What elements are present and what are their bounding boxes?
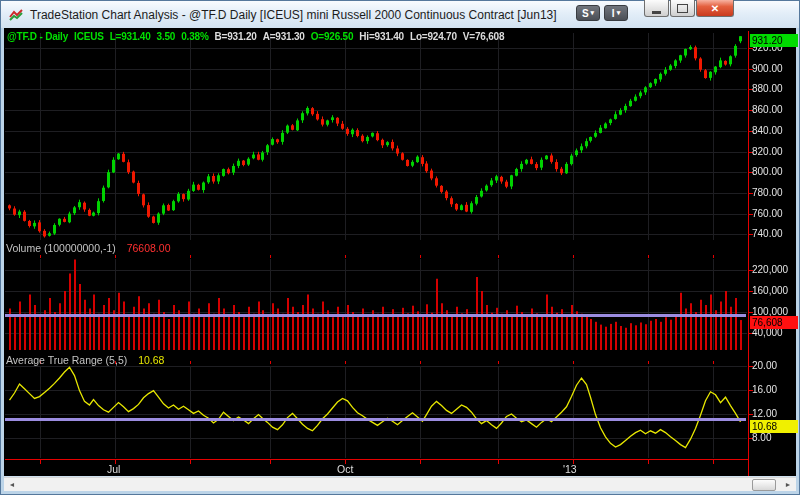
atr-value: 10.68 bbox=[138, 354, 164, 366]
scroll-left-arrow-icon[interactable]: ◄ bbox=[5, 479, 19, 491]
atr-axis-label: 12.00 bbox=[752, 408, 777, 419]
time-axis-label: Jul bbox=[107, 463, 120, 475]
quote-segment: V=76,608 bbox=[463, 31, 505, 42]
atr-axis-label: 20.00 bbox=[752, 360, 777, 371]
price-axis-label: 900.00 bbox=[752, 63, 783, 74]
atr-label: Average True Range (5,5) bbox=[6, 354, 127, 366]
price-axis-label: 840.00 bbox=[752, 125, 783, 136]
price-axis-label: 740.00 bbox=[752, 228, 783, 239]
price-axis-label: 880.00 bbox=[752, 83, 783, 94]
horizontal-scrollbar[interactable]: ◄ ► bbox=[4, 477, 796, 491]
quote-segment: ICEUS bbox=[74, 31, 104, 42]
price-axis-label: 820.00 bbox=[752, 146, 783, 157]
price-axis-label: 800.00 bbox=[752, 166, 783, 177]
volume-axis-label: 220,000 bbox=[752, 264, 788, 275]
scroll-right-arrow-icon[interactable]: ► bbox=[781, 479, 795, 491]
quote-segment: Hi=931.40 bbox=[359, 31, 404, 42]
price-axis-label: 780.00 bbox=[752, 187, 783, 198]
quote-segment: A=931.30 bbox=[263, 31, 305, 42]
atr-axis-label: 16.00 bbox=[752, 384, 777, 395]
quote-line: @TF.D - DailyICEUSL=931.403.500.38%B=931… bbox=[7, 31, 510, 42]
quote-segment: L=931.40 bbox=[110, 31, 151, 42]
time-axis-label: '13 bbox=[563, 463, 577, 475]
quote-segment: B=931.20 bbox=[215, 31, 257, 42]
last-price-tag: 931.20 bbox=[750, 34, 798, 47]
quote-segment: 0.38% bbox=[181, 31, 208, 42]
volume-value-tag: 76,608 bbox=[750, 316, 798, 329]
time-axis-label: Oct bbox=[337, 463, 353, 475]
scrollbar-thumb[interactable] bbox=[752, 479, 776, 491]
quote-segment: 3.50 bbox=[157, 31, 176, 42]
volume-panel-header: Volume (100000000,-1) 76608.00 bbox=[6, 242, 170, 254]
quote-segment: O=926.50 bbox=[311, 31, 354, 42]
volume-label: Volume (100000000,-1) bbox=[6, 242, 116, 254]
atr-axis-label: 8.00 bbox=[752, 432, 771, 443]
quote-segment: @TF.D - Daily bbox=[7, 31, 68, 42]
price-axis-label: 860.00 bbox=[752, 104, 783, 115]
atr-value-tag: 10.68 bbox=[750, 420, 798, 433]
tradestation-window: TradeStation Chart Analysis - @TF.D Dail… bbox=[0, 0, 800, 495]
quote-segment: Lo=924.70 bbox=[410, 31, 457, 42]
volume-axis-label: 160,000 bbox=[752, 285, 788, 296]
price-axis-label: 760.00 bbox=[752, 208, 783, 219]
atr-panel-header: Average True Range (5,5) 10.68 bbox=[6, 354, 164, 366]
volume-value: 76608.00 bbox=[127, 242, 171, 254]
